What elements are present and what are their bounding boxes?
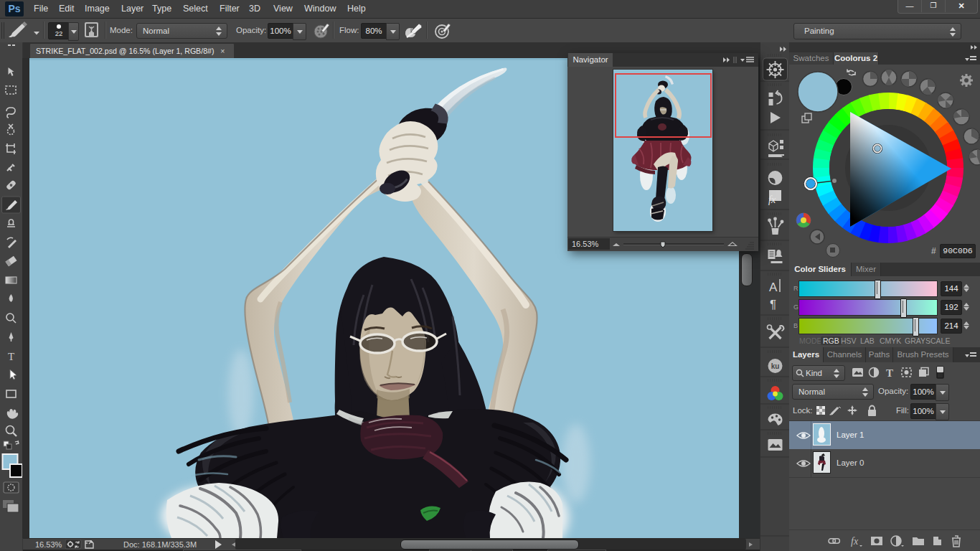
svg-text:T: T [8, 351, 14, 362]
svg-text:fx: fx [851, 536, 859, 547]
svg-text:T: T [886, 367, 893, 379]
svg-text:fx: fx [768, 194, 776, 205]
svg-text:ku: ku [771, 362, 780, 370]
svg-text:¶: ¶ [770, 298, 776, 311]
svg-text:A: A [769, 281, 778, 294]
